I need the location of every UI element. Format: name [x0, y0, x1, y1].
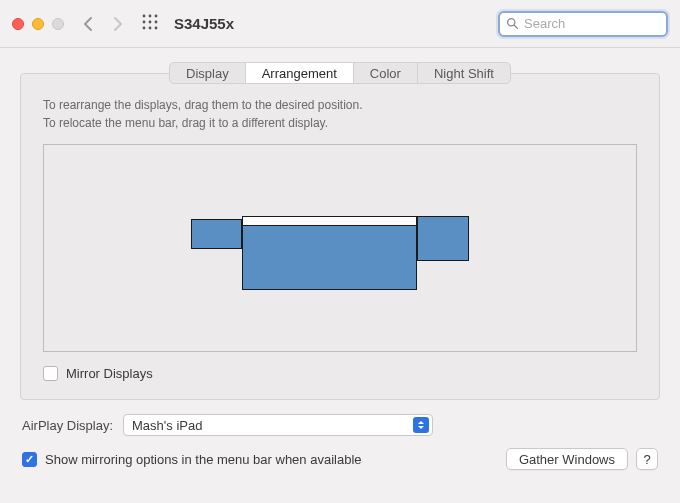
arrangement-panel: To rearrange the displays, drag them to … [20, 73, 660, 400]
tab-color[interactable]: Color [354, 63, 418, 83]
display-rect-left[interactable] [191, 219, 242, 249]
close-window-button[interactable] [12, 18, 24, 30]
airplay-label: AirPlay Display: [22, 418, 113, 433]
svg-point-2 [155, 15, 158, 18]
svg-point-3 [143, 21, 146, 24]
show-mirroring-label: Show mirroring options in the menu bar w… [45, 452, 362, 467]
tabs: Display Arrangement Color Night Shift [0, 48, 680, 84]
mirror-displays-checkbox[interactable] [43, 366, 58, 381]
svg-point-0 [143, 15, 146, 18]
minimize-window-button[interactable] [32, 18, 44, 30]
zoom-window-button[interactable] [52, 18, 64, 30]
tab-night-shift[interactable]: Night Shift [418, 63, 510, 83]
mirror-displays-label: Mirror Displays [66, 366, 153, 381]
airplay-selected-value: Mash's iPad [132, 418, 413, 433]
svg-line-10 [514, 25, 517, 28]
display-rect-main[interactable] [242, 225, 417, 290]
instructions: To rearrange the displays, drag them to … [43, 96, 637, 132]
bottom-controls: AirPlay Display: Mash's iPad Show mirror… [0, 400, 680, 470]
svg-point-6 [143, 27, 146, 30]
search-input[interactable] [524, 16, 660, 31]
airplay-display-popup[interactable]: Mash's iPad [123, 414, 433, 436]
show-all-icon[interactable] [142, 14, 158, 33]
forward-button[interactable] [112, 16, 124, 32]
airplay-row: AirPlay Display: Mash's iPad [22, 414, 658, 436]
display-rect-right[interactable] [417, 216, 469, 261]
help-button[interactable]: ? [636, 448, 658, 470]
tab-arrangement[interactable]: Arrangement [246, 63, 354, 83]
window-title: S34J55x [174, 15, 234, 32]
svg-point-1 [149, 15, 152, 18]
instruction-line: To relocate the menu bar, drag it to a d… [43, 114, 637, 132]
search-field[interactable] [498, 11, 668, 37]
display-arrangement-area[interactable] [43, 144, 637, 352]
svg-point-4 [149, 21, 152, 24]
gather-windows-button[interactable]: Gather Windows [506, 448, 628, 470]
svg-point-7 [149, 27, 152, 30]
svg-point-5 [155, 21, 158, 24]
tab-display[interactable]: Display [170, 63, 246, 83]
instruction-line: To rearrange the displays, drag them to … [43, 96, 637, 114]
svg-point-8 [155, 27, 158, 30]
popup-stepper-icon [413, 417, 429, 433]
nav-buttons [82, 16, 124, 32]
window-titlebar: S34J55x [0, 0, 680, 48]
back-button[interactable] [82, 16, 94, 32]
show-mirroring-checkbox[interactable] [22, 452, 37, 467]
search-icon [506, 17, 519, 30]
menu-bar-indicator[interactable] [242, 216, 417, 225]
last-row: Show mirroring options in the menu bar w… [22, 448, 658, 470]
mirror-displays-row: Mirror Displays [43, 366, 637, 381]
traffic-lights [12, 18, 64, 30]
